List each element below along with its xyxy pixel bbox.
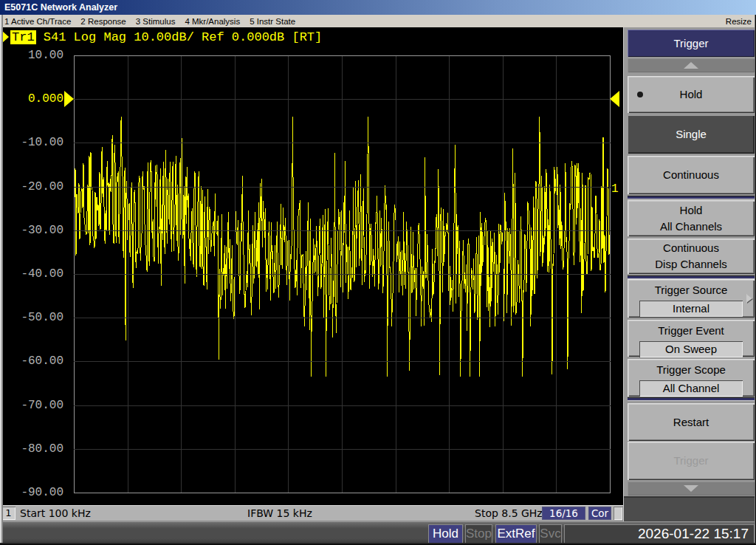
softkey-sidebar: Trigger HoldSingleContinuousHoldAll Chan… bbox=[623, 27, 756, 521]
window-title: E5071C Network Analyzer bbox=[4, 2, 117, 13]
trace-name[interactable]: Tr1 bbox=[10, 30, 36, 44]
softkey-label: Trigger Scope bbox=[656, 362, 726, 378]
softkey-scroll-up[interactable] bbox=[628, 58, 755, 72]
grid-line-horizontal bbox=[74, 187, 611, 188]
grid-line-horizontal bbox=[74, 493, 611, 493]
menu-item-2[interactable]: 2 Response bbox=[80, 17, 126, 26]
y-tick-label: -60.00 bbox=[19, 355, 63, 367]
sweep-points-badge: 16/16 bbox=[542, 507, 585, 520]
softkey-trigger-source[interactable]: Trigger SourceInternal bbox=[628, 279, 755, 318]
grid-line-horizontal bbox=[74, 361, 611, 362]
softkey-single[interactable]: Single bbox=[628, 115, 755, 154]
active-trace-marker-icon bbox=[2, 31, 9, 43]
softkey-separator bbox=[628, 196, 755, 199]
softkey-separator bbox=[628, 397, 755, 401]
y-tick-label: -30.00 bbox=[19, 224, 63, 236]
softkey-continuous-disp-channels[interactable]: ContinuousDisp Channels bbox=[628, 239, 755, 274]
y-tick-label: 0.000 bbox=[19, 93, 63, 105]
grid-line-horizontal bbox=[74, 143, 611, 143]
menu-item-3[interactable]: 3 Stimulus bbox=[136, 17, 176, 26]
status-cell-svc: Svc bbox=[539, 524, 562, 544]
menu-item-5[interactable]: 5 Instr State bbox=[250, 17, 295, 26]
sweep-start-label: Start 100 kHz bbox=[20, 507, 91, 519]
y-tick-label: -40.00 bbox=[19, 268, 63, 280]
status-cell-stop: Stop bbox=[465, 524, 492, 544]
status-bar: 2026-01-22 15:17 HoldStopExtRefSvc bbox=[0, 521, 756, 545]
y-tick-label: -80.00 bbox=[19, 443, 63, 455]
correction-badge: Cor bbox=[588, 507, 611, 520]
softkey-value-trigger-scope: All Channel bbox=[639, 380, 743, 397]
grid-line-horizontal bbox=[74, 99, 611, 100]
softkey-label: Hold bbox=[680, 202, 703, 219]
softkey-label: Trigger bbox=[674, 453, 709, 469]
softkey-label: Trigger Source bbox=[655, 282, 728, 298]
grid-line-horizontal bbox=[74, 230, 611, 231]
softkey-value-trigger-source: Internal bbox=[639, 301, 743, 317]
window-title-bar: E5071C Network Analyzer bbox=[0, 0, 756, 15]
trace-description bbox=[36, 30, 44, 44]
softkey-trigger[interactable]: Trigger bbox=[628, 442, 755, 480]
y-tick-label: -70.00 bbox=[19, 400, 63, 411]
sweep-stop-label: Stop 8.5 GHz bbox=[475, 507, 543, 519]
scroll-up-icon bbox=[684, 62, 698, 69]
plot-grid bbox=[74, 55, 611, 493]
softkey-menu-title: Trigger bbox=[628, 30, 755, 57]
grid-line-horizontal bbox=[74, 55, 611, 56]
instrument-screen: Tr1 S41 Log Mag 10.00dB/ Ref 0.000dB [RT… bbox=[0, 27, 623, 521]
scroll-down-icon bbox=[684, 485, 698, 492]
softkey-label: Restart bbox=[673, 414, 709, 431]
channel-status-row: 1 Start 100 kHz IFBW 15 kHz Stop 8.5 GHz… bbox=[0, 505, 623, 521]
softkey-label: Trigger Event bbox=[658, 323, 724, 339]
channel-number-marker: 1 bbox=[611, 182, 619, 196]
window-frame-left bbox=[0, 15, 3, 545]
softkey-value-trigger-event: On Sweep bbox=[639, 341, 743, 357]
y-tick-label: -90.00 bbox=[19, 487, 63, 498]
softkey-trigger-scope[interactable]: Trigger ScopeAll Channel bbox=[628, 359, 755, 397]
ifbw-label: IFBW 15 kHz bbox=[247, 507, 312, 519]
grid-line-horizontal bbox=[74, 405, 611, 406]
softkey-hold[interactable]: Hold bbox=[628, 76, 755, 113]
submenu-arrow-icon bbox=[746, 294, 752, 303]
menu-item-resize[interactable]: Resize bbox=[726, 17, 752, 26]
ref-level-marker-right-icon bbox=[610, 91, 619, 107]
softkey-label-line2: All Channels bbox=[660, 219, 722, 235]
softkey-scroll-down[interactable] bbox=[628, 481, 755, 496]
channel-number-box: 1 bbox=[1, 507, 16, 520]
grid-line-horizontal bbox=[74, 274, 611, 275]
softkey-hold-all-channels[interactable]: HoldAll Channels bbox=[628, 200, 755, 236]
radio-bullet-icon bbox=[637, 92, 643, 97]
softkey-label: Hold bbox=[680, 86, 703, 103]
softkey-label: Continuous bbox=[663, 167, 719, 183]
ref-level-marker-left-icon bbox=[64, 91, 74, 107]
menu-bar: 1 Active Ch/Trace2 Response3 Stimulus4 M… bbox=[0, 15, 756, 27]
trace-settings: S41 Log Mag 10.00dB/ Ref 0.000dB [RT] bbox=[44, 30, 322, 44]
softkey-continuous[interactable]: Continuous bbox=[628, 156, 755, 194]
y-tick-label: -50.00 bbox=[19, 312, 63, 323]
softkey-label: Single bbox=[676, 126, 707, 143]
grid-line-horizontal bbox=[74, 318, 611, 318]
y-tick-label: -20.00 bbox=[19, 181, 63, 193]
softkey-label: Continuous bbox=[663, 240, 719, 256]
y-tick-label: 10.00 bbox=[19, 49, 63, 61]
y-tick-label: -10.00 bbox=[19, 137, 63, 148]
status-cell-extref: ExtRef bbox=[495, 524, 537, 544]
sidebar-footer bbox=[624, 496, 756, 521]
softkey-label-line2: Disp Channels bbox=[655, 256, 727, 272]
softkey-trigger-event[interactable]: Trigger EventOn Sweep bbox=[628, 320, 755, 357]
softkey-restart[interactable]: Restart bbox=[628, 403, 755, 441]
application-window: E5071C Network Analyzer 1 Active Ch/Trac… bbox=[0, 0, 756, 545]
status-cell-hold: Hold bbox=[428, 524, 463, 544]
status-datetime: 2026-01-22 15:17 bbox=[564, 524, 755, 544]
softkey-menu-title-label: Trigger bbox=[674, 37, 709, 49]
menu-item-1[interactable]: 1 Active Ch/Trace bbox=[4, 17, 71, 26]
grid-line-horizontal bbox=[74, 449, 611, 450]
status-empty-box bbox=[614, 507, 622, 520]
trace-header: Tr1 S41 Log Mag 10.00dB/ Ref 0.000dB [RT… bbox=[2, 30, 322, 44]
menu-item-4[interactable]: 4 Mkr/Analysis bbox=[185, 17, 240, 26]
